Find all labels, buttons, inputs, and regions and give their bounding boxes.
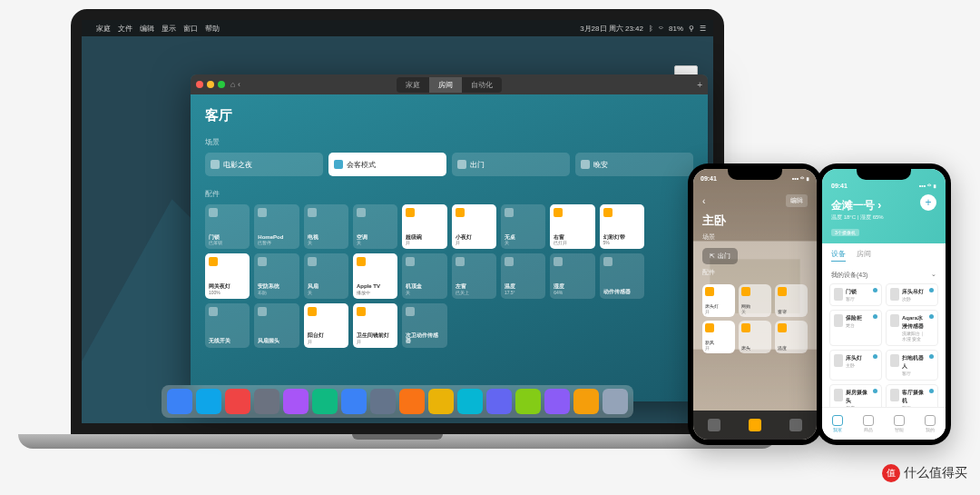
accessory-tile[interactable]: 超级碗开 — [402, 204, 446, 249]
edit-button[interactable]: 编辑 — [786, 194, 808, 207]
add-button[interactable]: + — [920, 194, 936, 211]
scene-tile[interactable]: 出门 — [452, 153, 570, 176]
menu-app[interactable]: 家庭 — [96, 24, 111, 34]
dock-app-icon[interactable] — [254, 389, 279, 414]
device-item[interactable]: 床头吊灯次卧 — [886, 283, 938, 306]
device-status: 客厅 — [902, 371, 926, 376]
accessory-tile[interactable]: Apple TV播放中 — [353, 253, 397, 298]
accessory-tile[interactable]: 床头灯开 — [702, 284, 735, 317]
accessory-tile[interactable]: 网购关 — [739, 284, 771, 317]
dock-app-icon[interactable] — [312, 389, 338, 414]
minimize-icon[interactable] — [207, 81, 214, 88]
accessory-name: 阳台灯 — [308, 332, 345, 339]
tab-rooms[interactable]: 房间 — [857, 249, 871, 262]
close-icon[interactable] — [196, 81, 203, 88]
dock-app-icon[interactable] — [428, 389, 454, 414]
dock-app-icon[interactable] — [167, 389, 192, 414]
scene-tile[interactable]: 会客模式 — [328, 153, 446, 176]
accessory-name: 卫生间镜前灯 — [357, 332, 394, 339]
device-item[interactable]: 保险柜龙台 — [829, 310, 882, 346]
dock-app-icon[interactable] — [283, 389, 309, 414]
accessory-tile[interactable]: 床头 — [739, 321, 771, 353]
control-center-icon[interactable]: ☰ — [700, 25, 706, 33]
device-item[interactable]: 扫地机器人客厅 — [886, 350, 938, 381]
accessory-tile[interactable]: 卫生间镜前灯开 — [353, 303, 397, 348]
accessory-tile[interactable]: 风扇关 — [304, 253, 348, 298]
scene-name: 晚安 — [593, 160, 608, 170]
dock-app-icon[interactable] — [486, 389, 512, 414]
nav-smart[interactable]: 智能 — [894, 415, 905, 432]
dock-app-icon[interactable] — [341, 389, 367, 414]
dock-app-icon[interactable] — [573, 389, 599, 414]
accessory-tile[interactable]: 阳台灯开 — [304, 303, 348, 348]
dock-app-icon[interactable] — [515, 389, 541, 414]
accessory-icon — [741, 323, 750, 332]
accessory-tile[interactable]: 温度17.5° — [501, 253, 545, 298]
scene-icon — [211, 160, 220, 169]
bluetooth-icon[interactable]: ᛒ — [649, 25, 653, 33]
scene-away[interactable]: ⇱出门 — [702, 248, 738, 264]
accessory-tile[interactable]: 右窗已打开 — [550, 204, 594, 249]
home-icon[interactable]: ⌂ ‹ — [230, 80, 240, 89]
accessory-tile[interactable]: 空调关 — [353, 204, 397, 249]
accessory-tile[interactable]: 左窗已关上 — [452, 253, 496, 298]
accessory-tile[interactable]: HomePod已暂停 — [254, 204, 299, 249]
wifi-icon[interactable]: ⌔ — [659, 25, 663, 33]
dock-app-icon[interactable] — [603, 389, 628, 414]
accessory-icon — [258, 208, 267, 217]
dock-app-icon[interactable] — [370, 389, 396, 414]
nav-shop[interactable]: 商品 — [863, 415, 874, 432]
chevron-down-icon[interactable]: ⌄ — [931, 271, 936, 280]
device-item[interactable]: 门锁客厅 — [829, 283, 882, 306]
dock-app-icon[interactable] — [399, 389, 425, 414]
tab-automation-icon[interactable] — [789, 419, 802, 431]
tab-home[interactable]: 家庭 — [397, 77, 429, 93]
nav-home[interactable]: 我家 — [832, 415, 843, 432]
scene-tile[interactable]: 电影之夜 — [205, 153, 323, 176]
accessory-tile[interactable]: 动作传感器 — [600, 253, 644, 298]
accessory-tile[interactable]: 安防系统布防 — [254, 253, 299, 298]
device-item[interactable]: Aqara水浸传感器洗漱阳台｜水浸 安全 — [886, 310, 938, 346]
accessory-tile[interactable]: 无线开关 — [205, 303, 250, 348]
add-button[interactable]: + — [697, 80, 702, 90]
menu-view[interactable]: 显示 — [162, 24, 176, 34]
accessory-tile[interactable]: 湿度64% — [550, 253, 594, 298]
dock-app-icon[interactable] — [196, 389, 221, 414]
accessory-tile[interactable]: 风扇摆头 — [254, 303, 299, 348]
search-icon[interactable]: ⚲ — [689, 25, 694, 33]
accessory-tile[interactable]: 门锁已落锁 — [205, 204, 250, 249]
accessory-tile[interactable]: 电视关 — [304, 204, 348, 249]
tab-automation[interactable]: 自动化 — [462, 77, 502, 93]
status-date: 3月28日 周六 23:42 — [580, 24, 643, 34]
menu-help[interactable]: 帮助 — [205, 24, 220, 34]
back-icon[interactable]: ‹ — [702, 196, 705, 206]
status-dot — [873, 288, 877, 292]
dock-app-icon[interactable] — [457, 389, 483, 414]
accessory-tile[interactable]: 小夜灯开 — [452, 204, 496, 249]
camera-badge[interactable]: 3个摄像机 — [831, 229, 859, 236]
dock-app-icon[interactable] — [225, 389, 250, 414]
accessory-tile[interactable]: 新风开 — [702, 321, 735, 353]
menu-window[interactable]: 窗口 — [183, 24, 198, 34]
scene-tile[interactable]: 晚安 — [575, 153, 693, 176]
tab-rooms[interactable]: 房间 — [429, 77, 462, 93]
notch — [857, 169, 911, 180]
accessory-icon — [505, 208, 514, 217]
tab-devices[interactable]: 设备 — [831, 249, 846, 262]
accessory-tile[interactable]: 温度 — [775, 321, 808, 353]
maximize-icon[interactable] — [218, 81, 225, 88]
accessory-tile[interactable]: 网关夜灯100% — [205, 253, 250, 298]
accessory-tile[interactable]: 幻彩灯带5% — [600, 204, 644, 249]
menu-file[interactable]: 文件 — [118, 24, 132, 34]
accessory-tile[interactable]: 无桌关 — [501, 204, 545, 249]
device-item[interactable]: 床头灯主卧 — [829, 350, 882, 381]
device-name: 保险柜 — [846, 314, 870, 322]
tab-rooms-icon[interactable] — [749, 419, 761, 431]
menu-edit[interactable]: 编辑 — [140, 24, 154, 34]
accessory-tile[interactable]: 机顶盒关 — [402, 253, 446, 298]
tab-home-icon[interactable] — [708, 419, 720, 431]
dock-app-icon[interactable] — [544, 389, 570, 414]
accessory-tile[interactable]: 窗帘 — [775, 284, 808, 317]
accessory-tile[interactable]: 次卫动作传感器 — [402, 303, 446, 348]
nav-me[interactable]: 我的 — [925, 415, 936, 432]
